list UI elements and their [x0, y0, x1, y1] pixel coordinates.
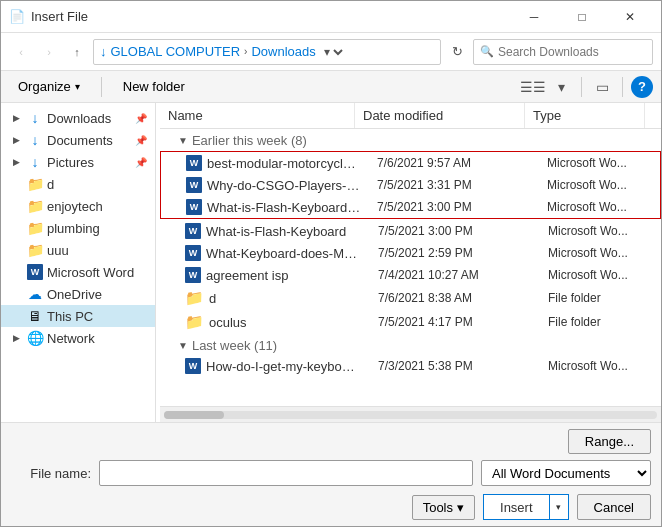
file-list: ▼ Earlier this week (8) W best-modular-m…	[160, 129, 661, 406]
sidebar-item-onedrive[interactable]: ☁ OneDrive	[1, 283, 155, 305]
pictures-icon: ↓	[27, 154, 43, 170]
file-type-7: File folder	[540, 291, 660, 305]
insert-dropdown-button[interactable]: ▾	[549, 494, 569, 520]
sidebar-item-enjoytech[interactable]: 📁 enjoytech	[1, 195, 155, 217]
folder-icon-uuu: 📁	[27, 242, 43, 258]
tools-arrow-icon: ▾	[457, 500, 464, 515]
file-type-4: Microsoft Wo...	[540, 224, 660, 238]
sidebar-item-uuu[interactable]: 📁 uuu	[1, 239, 155, 261]
file-row-8[interactable]: 📁 oculus 7/5/2021 4:17 PM File folder	[160, 310, 661, 334]
file-type-select[interactable]: All Word Documents Word Documents All Fi…	[481, 460, 651, 486]
file-type-1: Microsoft Wo...	[539, 156, 659, 170]
file-row-5[interactable]: W What-Keyboard-does-Myth-Use 7/5/2021 2…	[160, 242, 661, 264]
col-date-label: Date modified	[363, 108, 443, 123]
tools-label: Tools	[423, 500, 453, 515]
file-name-text-5: What-Keyboard-does-Myth-Use	[206, 246, 362, 261]
file-name-5: W What-Keyboard-does-Myth-Use	[161, 245, 370, 261]
path-root[interactable]: GLOBAL COMPUTER	[111, 44, 241, 59]
main-content: ▶ ↓ Downloads 📌 ▶ ↓ Documents 📌 ▶ ↓ Pict…	[1, 103, 661, 422]
organize-label: Organize	[18, 79, 71, 94]
folder-icon-enjoytech: 📁	[27, 198, 43, 214]
sidebar-item-network[interactable]: ▶ 🌐 Network	[1, 327, 155, 349]
minimize-button[interactable]: ─	[511, 1, 557, 33]
path-current[interactable]: Downloads	[251, 44, 315, 59]
back-button[interactable]: ‹	[9, 40, 33, 64]
sidebar-label-uuu: uuu	[47, 243, 147, 258]
col-header-name[interactable]: Name	[160, 103, 355, 128]
word-file-icon-6: W	[185, 267, 201, 283]
file-name-text-8: oculus	[209, 315, 247, 330]
hscroll-thumb[interactable]	[164, 411, 224, 419]
file-name-text-6: agreement isp	[206, 268, 288, 283]
file-row-6[interactable]: W agreement isp 7/4/2021 10:27 AM Micros…	[160, 264, 661, 286]
file-date-3: 7/5/2021 3:00 PM	[369, 200, 539, 214]
file-row-1[interactable]: W best-modular-motorcycle-helmet-under 7…	[161, 152, 660, 174]
sidebar-item-d[interactable]: 📁 d	[1, 173, 155, 195]
file-type-5: Microsoft Wo...	[540, 246, 660, 260]
sidebar-item-downloads[interactable]: ▶ ↓ Downloads 📌	[1, 107, 155, 129]
search-input[interactable]	[498, 45, 648, 59]
sidebar-label-pictures: Pictures	[47, 155, 131, 170]
sidebar-item-documents[interactable]: ▶ ↓ Documents 📌	[1, 129, 155, 151]
range-button[interactable]: Range...	[568, 429, 651, 454]
insert-file-dialog: 📄 Insert File ─ □ ✕ ‹ › ↑ ↓ GLOBAL COMPU…	[0, 0, 662, 527]
organize-button[interactable]: Organize ▾	[9, 75, 89, 99]
horizontal-scrollbar[interactable]	[160, 406, 661, 422]
address-path[interactable]: ↓ GLOBAL COMPUTER › Downloads ▾	[93, 39, 441, 65]
pc-icon: 🖥	[27, 308, 43, 324]
close-button[interactable]: ✕	[607, 1, 653, 33]
documents-icon: ↓	[27, 132, 43, 148]
folder-icon-d: 📁	[27, 176, 43, 192]
file-row-9[interactable]: W How-do-I-get-my-keyboard-back-to-no-..…	[160, 355, 661, 377]
title-bar-left: 📄 Insert File	[9, 9, 88, 25]
search-box: 🔍	[473, 39, 653, 65]
pin-icon-documents: 📌	[135, 135, 147, 146]
sidebar-label-msword: Microsoft Word	[47, 265, 147, 280]
col-header-date[interactable]: Date modified	[355, 103, 525, 128]
file-row-3[interactable]: W What-is-Flash-Keyboard (1) 7/5/2021 3:…	[161, 196, 660, 218]
preview-button[interactable]: ▭	[590, 75, 614, 99]
title-bar-title: Insert File	[31, 9, 88, 24]
sidebar-item-msword[interactable]: W Microsoft Word	[1, 261, 155, 283]
view-list-button[interactable]: ☰☰	[521, 75, 545, 99]
folder-icon-plumbing: 📁	[27, 220, 43, 236]
file-name-3: W What-is-Flash-Keyboard (1)	[162, 199, 369, 215]
refresh-button[interactable]: ↻	[445, 40, 469, 64]
path-dropdown[interactable]: ▾	[320, 44, 346, 60]
word-file-icon-3: W	[186, 199, 202, 215]
help-button[interactable]: ?	[631, 76, 653, 98]
cancel-button[interactable]: Cancel	[577, 494, 651, 520]
file-date-7: 7/6/2021 8:38 AM	[370, 291, 540, 305]
tools-button[interactable]: Tools ▾	[412, 495, 475, 520]
up-button[interactable]: ↑	[65, 40, 89, 64]
file-date-9: 7/3/2021 5:38 PM	[370, 359, 540, 373]
path-icon: ↓	[100, 44, 107, 59]
group-label-lastweek: Last week (11)	[192, 338, 277, 353]
file-row-7[interactable]: 📁 d 7/6/2021 8:38 AM File folder	[160, 286, 661, 310]
maximize-button[interactable]: □	[559, 1, 605, 33]
group-header-lastweek: ▼ Last week (11)	[160, 334, 661, 355]
file-date-2: 7/5/2021 3:31 PM	[369, 178, 539, 192]
bottom-area: Range... File name: All Word Documents W…	[1, 422, 661, 526]
sidebar-item-thispc[interactable]: 🖥 This PC	[1, 305, 155, 327]
sidebar-label-enjoytech: enjoytech	[47, 199, 147, 214]
col-header-type[interactable]: Type	[525, 103, 645, 128]
filename-input[interactable]	[99, 460, 473, 486]
group-label-earlier: Earlier this week (8)	[192, 133, 307, 148]
file-name-7: 📁 d	[161, 289, 370, 307]
search-icon: 🔍	[480, 45, 494, 58]
new-folder-button[interactable]: New folder	[114, 75, 194, 99]
file-name-1: W best-modular-motorcycle-helmet-under	[162, 155, 369, 171]
forward-button[interactable]: ›	[37, 40, 61, 64]
sidebar-item-plumbing[interactable]: 📁 plumbing	[1, 217, 155, 239]
network-icon: 🌐	[27, 330, 43, 346]
insert-button[interactable]: Insert	[483, 494, 549, 520]
file-name-6: W agreement isp	[161, 267, 370, 283]
file-row-2[interactable]: W Why-do-CSGO-Players-Tilt-their-Keyboar…	[161, 174, 660, 196]
action-row: Tools ▾ Insert ▾ Cancel	[11, 492, 651, 520]
sidebar-item-pictures[interactable]: ▶ ↓ Pictures 📌	[1, 151, 155, 173]
col-type-label: Type	[533, 108, 561, 123]
file-row-4[interactable]: W What-is-Flash-Keyboard 7/5/2021 3:00 P…	[160, 220, 661, 242]
sidebar-arrow-pictures: ▶	[13, 157, 23, 167]
view-options-button[interactable]: ▾	[549, 75, 573, 99]
